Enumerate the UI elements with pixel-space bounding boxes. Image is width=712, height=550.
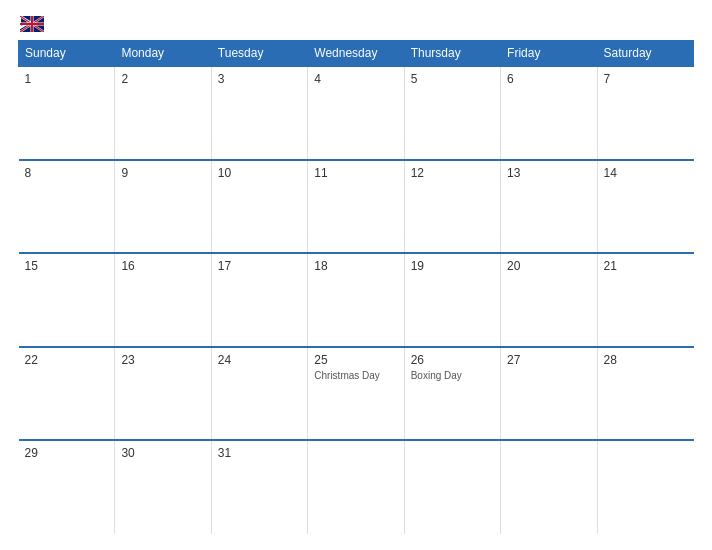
calendar-cell: 10: [211, 160, 307, 254]
calendar-header: SundayMondayTuesdayWednesdayThursdayFrid…: [19, 41, 694, 67]
calendar-body: 1234567891011121314151617181920212223242…: [19, 66, 694, 534]
calendar-day-header: Saturday: [597, 41, 693, 67]
day-number: 28: [604, 353, 688, 367]
day-number: 4: [314, 72, 397, 86]
day-number: 14: [604, 166, 688, 180]
calendar-cell: 20: [501, 253, 597, 347]
calendar-cell: 24: [211, 347, 307, 441]
calendar-cell: 6: [501, 66, 597, 160]
day-number: 17: [218, 259, 301, 273]
day-number: 25: [314, 353, 397, 367]
calendar-cell: 27: [501, 347, 597, 441]
day-number: 24: [218, 353, 301, 367]
calendar-header-row: SundayMondayTuesdayWednesdayThursdayFrid…: [19, 41, 694, 67]
calendar-cell: [597, 440, 693, 534]
day-number: 1: [25, 72, 109, 86]
calendar-cell: 25Christmas Day: [308, 347, 404, 441]
calendar-cell: [308, 440, 404, 534]
calendar-day-header: Sunday: [19, 41, 115, 67]
calendar-cell: 9: [115, 160, 211, 254]
day-number: 16: [121, 259, 204, 273]
day-number: 9: [121, 166, 204, 180]
calendar-cell: 7: [597, 66, 693, 160]
calendar-day-header: Tuesday: [211, 41, 307, 67]
calendar-cell: 19: [404, 253, 500, 347]
logo: [18, 16, 44, 32]
day-number: 23: [121, 353, 204, 367]
calendar-cell: 1: [19, 66, 115, 160]
calendar-cell: 16: [115, 253, 211, 347]
calendar-cell: 2: [115, 66, 211, 160]
day-number: 19: [411, 259, 494, 273]
calendar-cell: 14: [597, 160, 693, 254]
day-number: 31: [218, 446, 301, 460]
calendar-cell: 21: [597, 253, 693, 347]
calendar-week-row: 15161718192021: [19, 253, 694, 347]
calendar-cell: 12: [404, 160, 500, 254]
calendar-cell: 15: [19, 253, 115, 347]
calendar-cell: 18: [308, 253, 404, 347]
calendar-day-header: Wednesday: [308, 41, 404, 67]
calendar-cell: 5: [404, 66, 500, 160]
calendar-cell: 13: [501, 160, 597, 254]
calendar-week-row: 293031: [19, 440, 694, 534]
calendar-cell: 22: [19, 347, 115, 441]
day-number: 12: [411, 166, 494, 180]
day-number: 29: [25, 446, 109, 460]
event-label: Christmas Day: [314, 370, 397, 381]
calendar-cell: 29: [19, 440, 115, 534]
day-number: 15: [25, 259, 109, 273]
day-number: 10: [218, 166, 301, 180]
calendar-cell: 8: [19, 160, 115, 254]
event-label: Boxing Day: [411, 370, 494, 381]
day-number: 8: [25, 166, 109, 180]
calendar-cell: 17: [211, 253, 307, 347]
day-number: 2: [121, 72, 204, 86]
day-number: 30: [121, 446, 204, 460]
calendar-cell: 26Boxing Day: [404, 347, 500, 441]
day-number: 22: [25, 353, 109, 367]
day-number: 18: [314, 259, 397, 273]
calendar-day-header: Monday: [115, 41, 211, 67]
calendar-cell: [501, 440, 597, 534]
calendar-cell: 4: [308, 66, 404, 160]
calendar-cell: 30: [115, 440, 211, 534]
page: SundayMondayTuesdayWednesdayThursdayFrid…: [0, 0, 712, 550]
day-number: 6: [507, 72, 590, 86]
calendar-cell: 28: [597, 347, 693, 441]
calendar-day-header: Friday: [501, 41, 597, 67]
calendar-week-row: 1234567: [19, 66, 694, 160]
day-number: 26: [411, 353, 494, 367]
day-number: 7: [604, 72, 688, 86]
header: [18, 16, 694, 32]
logo-flag-icon: [20, 16, 44, 32]
calendar-table: SundayMondayTuesdayWednesdayThursdayFrid…: [18, 40, 694, 534]
calendar-cell: 11: [308, 160, 404, 254]
day-number: 20: [507, 259, 590, 273]
calendar-week-row: 891011121314: [19, 160, 694, 254]
calendar-week-row: 22232425Christmas Day26Boxing Day2728: [19, 347, 694, 441]
day-number: 21: [604, 259, 688, 273]
day-number: 27: [507, 353, 590, 367]
calendar-cell: 3: [211, 66, 307, 160]
day-number: 3: [218, 72, 301, 86]
day-number: 11: [314, 166, 397, 180]
calendar-cell: 31: [211, 440, 307, 534]
calendar-day-header: Thursday: [404, 41, 500, 67]
calendar-cell: 23: [115, 347, 211, 441]
calendar-cell: [404, 440, 500, 534]
day-number: 13: [507, 166, 590, 180]
day-number: 5: [411, 72, 494, 86]
